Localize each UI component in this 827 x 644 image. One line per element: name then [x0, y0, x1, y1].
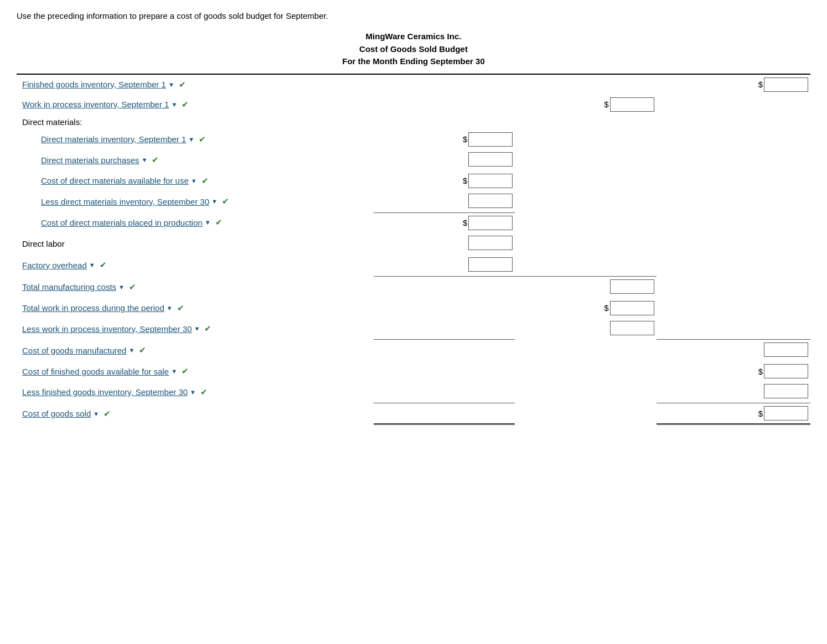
dropdown-arrow-icon[interactable]: ▼	[142, 157, 148, 163]
dropdown-arrow-icon[interactable]: ▼	[168, 81, 174, 88]
label-cell: Cost of direct materials placed in produ…	[17, 212, 374, 233]
col1-cell	[374, 191, 515, 213]
input-field[interactable]	[764, 406, 808, 420]
dropdown-label[interactable]: Cost of direct materials available for u…	[41, 176, 189, 185]
dropdown-label[interactable]: Cost of finished goods available for sal…	[22, 367, 169, 376]
col2-cell	[515, 115, 656, 129]
dropdown-label[interactable]: Factory overhead	[22, 261, 87, 270]
header-line2: Cost of Goods Sold Budget	[17, 43, 810, 56]
col3-cell	[657, 115, 810, 129]
dropdown-label[interactable]: Total work in process during the period	[22, 303, 164, 313]
table-row: Cost of direct materials available for u…	[17, 171, 810, 191]
col3-cell	[657, 129, 810, 149]
label-cell: Direct materials inventory, September 1 …	[17, 129, 374, 149]
dollar-sign: $	[758, 80, 763, 89]
dropdown-arrow-icon[interactable]: ▼	[93, 411, 99, 417]
input-field[interactable]	[468, 257, 513, 272]
dropdown-label[interactable]: Less work in process inventory, Septembe…	[22, 324, 192, 334]
input-field[interactable]	[610, 279, 654, 294]
dropdown-label[interactable]: Cost of direct materials placed in produ…	[41, 218, 203, 227]
col2-cell	[515, 149, 656, 171]
report-header: MingWare Ceramics Inc. Cost of Goods Sol…	[17, 30, 810, 68]
col2-cell	[515, 75, 656, 95]
label-cell: Cost of goods manufactured ▼ ✔	[17, 340, 374, 362]
col2-cell: $	[515, 95, 656, 115]
col1-cell	[374, 233, 515, 255]
col1-cell	[374, 276, 515, 298]
label-cell: Cost of direct materials available for u…	[17, 171, 374, 191]
label-cell: Less work in process inventory, Septembe…	[17, 318, 374, 340]
col2-cell	[515, 381, 656, 403]
checkmark-icon: ✔	[139, 345, 146, 355]
dropdown-arrow-icon[interactable]: ▼	[171, 101, 177, 108]
col1-cell: $	[374, 171, 515, 191]
input-field[interactable]	[610, 321, 654, 335]
input-field[interactable]	[764, 342, 808, 357]
col3-cell	[657, 318, 810, 340]
header-line1: MingWare Ceramics Inc.	[17, 30, 810, 43]
dropdown-label[interactable]: Direct materials purchases	[41, 155, 139, 165]
input-field[interactable]	[764, 384, 808, 398]
col1-cell	[374, 95, 515, 115]
col2-cell	[515, 276, 656, 298]
input-field[interactable]	[610, 97, 654, 112]
input-field[interactable]	[764, 77, 808, 92]
checkmark-icon: ✔	[152, 155, 159, 165]
col3-cell	[657, 233, 810, 255]
input-field[interactable]	[468, 152, 513, 167]
col1-cell	[374, 403, 515, 424]
dropdown-arrow-icon[interactable]: ▼	[188, 136, 194, 143]
dropdown-arrow-icon[interactable]: ▼	[191, 178, 197, 184]
col1-cell	[374, 115, 515, 129]
dropdown-label[interactable]: Less direct materials inventory, Septemb…	[41, 197, 209, 206]
col1-cell	[374, 75, 515, 95]
dropdown-arrow-icon[interactable]: ▼	[211, 198, 218, 205]
checkmark-icon: ✔	[182, 100, 189, 110]
header-line3: For the Month Ending September 30	[17, 55, 810, 68]
dropdown-label[interactable]: Finished goods inventory, September 1	[22, 80, 166, 89]
dropdown-arrow-icon[interactable]: ▼	[89, 262, 95, 268]
input-field[interactable]	[610, 301, 654, 315]
dropdown-arrow-icon[interactable]: ▼	[167, 305, 173, 311]
input-field[interactable]	[468, 132, 513, 147]
input-field[interactable]	[468, 174, 513, 188]
label-cell: Less finished goods inventory, September…	[17, 381, 374, 403]
col2-cell: $	[515, 298, 656, 318]
col1-cell: $	[374, 129, 515, 149]
col2-cell	[515, 191, 656, 213]
checkmark-icon: ✔	[215, 217, 223, 227]
col1-cell	[374, 381, 515, 403]
dropdown-arrow-icon[interactable]: ▼	[171, 368, 177, 375]
dropdown-label[interactable]: Cost of goods sold	[22, 409, 91, 418]
col1-cell	[374, 298, 515, 318]
table-row: Total work in process during the period …	[17, 298, 810, 318]
dropdown-arrow-icon[interactable]: ▼	[128, 347, 135, 354]
input-field[interactable]	[764, 364, 808, 378]
input-field[interactable]	[468, 236, 513, 250]
dropdown-arrow-icon[interactable]: ▼	[118, 284, 125, 290]
col1-cell	[374, 255, 515, 277]
dollar-sign: $	[463, 218, 467, 227]
col3-cell	[657, 95, 810, 115]
dropdown-label[interactable]: Work in process inventory, September 1	[22, 100, 169, 109]
col2-cell	[515, 361, 656, 381]
dropdown-label[interactable]: Cost of goods manufactured	[22, 346, 126, 355]
dropdown-arrow-icon[interactable]: ▼	[190, 389, 196, 396]
label-cell: Direct labor	[17, 233, 374, 255]
dropdown-arrow-icon[interactable]: ▼	[205, 219, 211, 226]
dropdown-label[interactable]: Total manufacturing costs	[22, 282, 116, 292]
label-cell: Less direct materials inventory, Septemb…	[17, 191, 374, 213]
dropdown-label[interactable]: Less finished goods inventory, September…	[22, 387, 188, 397]
col2-cell	[515, 171, 656, 191]
plain-label: Direct labor	[19, 239, 65, 248]
input-field[interactable]	[468, 216, 513, 230]
dropdown-arrow-icon[interactable]: ▼	[194, 325, 200, 332]
checkmark-icon: ✔	[204, 324, 211, 334]
dropdown-label[interactable]: Direct materials inventory, September 1	[41, 134, 186, 144]
input-field[interactable]	[468, 194, 513, 208]
col2-cell	[515, 233, 656, 255]
col3-cell	[657, 298, 810, 318]
budget-table: Finished goods inventory, September 1 ▼ …	[17, 75, 810, 425]
col3-cell	[657, 255, 810, 277]
checkmark-icon: ✔	[129, 282, 136, 292]
